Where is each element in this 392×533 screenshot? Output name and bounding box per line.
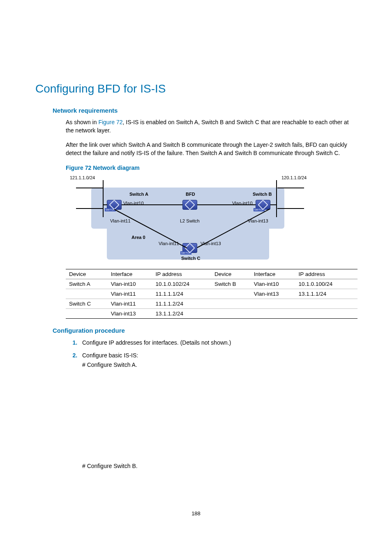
col-device: Device <box>214 269 254 279</box>
cell <box>66 309 111 319</box>
col-ip: IP address <box>156 269 214 279</box>
col-device: Device <box>66 269 111 279</box>
diagram-line <box>270 204 277 205</box>
table-row: Switch A Vlan-int10 10.1.0.102/24 Switch… <box>66 279 357 289</box>
cell: Vlan-int13 <box>254 289 299 299</box>
label-l2: L2 Switch <box>180 218 200 223</box>
cell: Vlan-int11 <box>111 299 156 309</box>
substep: # Configure Switch B. <box>82 463 357 469</box>
cell: 11.1.1.1/24 <box>156 289 214 299</box>
list-item: Configure IP addresses for interfaces. (… <box>79 338 357 347</box>
col-ip: IP address <box>299 269 357 279</box>
figure-link[interactable]: Figure 72 <box>98 119 122 125</box>
label-switch-b: Switch B <box>253 192 272 197</box>
col-interface: Interface <box>111 269 156 279</box>
cell <box>214 309 254 319</box>
cell <box>254 299 299 309</box>
paragraph-2: After the link over which Switch A and S… <box>66 141 357 158</box>
figure-caption: Figure 72 Network diagram <box>66 165 357 171</box>
diagram-line <box>104 204 107 205</box>
cell <box>254 309 299 319</box>
cell: 11.1.1.2/24 <box>156 299 214 309</box>
table-row: Switch C Vlan-int11 11.1.1.2/24 <box>66 299 357 309</box>
diagram-line <box>76 208 103 209</box>
page-title: Configuring BFD for IS-IS <box>35 82 357 95</box>
procedure-list: Configure IP addresses for interfaces. (… <box>79 338 357 360</box>
cell: Vlan-int13 <box>111 309 156 319</box>
switch-icon: SWITCH <box>256 200 270 210</box>
cell <box>299 299 357 309</box>
col-interface: Interface <box>254 269 299 279</box>
page-number: 188 <box>0 510 392 517</box>
cell: Switch A <box>66 279 111 289</box>
cell: Switch C <box>66 299 111 309</box>
cell: 10.1.0.100/24 <box>299 279 357 289</box>
label-net-a: 121.1.1.0/24 <box>70 175 95 180</box>
label-switch-a: Switch A <box>129 192 148 197</box>
cell: 13.1.1.1/24 <box>299 289 357 299</box>
label-net-b: 120.1.1.0/24 <box>281 175 307 180</box>
diagram-line <box>277 188 304 188</box>
cell <box>214 289 254 299</box>
substep: # Configure Switch A. <box>82 362 357 368</box>
cell: Vlan-int11 <box>111 289 156 299</box>
cell <box>66 289 111 299</box>
cell: 10.1.0.102/24 <box>156 279 214 289</box>
paragraph-1: As shown in Figure 72, IS-IS is enabled … <box>66 118 357 135</box>
network-diagram: 121.1.1.0/24 120.1.1.0/24 SWITCH Switch … <box>66 175 288 266</box>
section-network-requirements: Network requirements <box>53 107 357 114</box>
cell: 13.1.1.2/24 <box>156 309 214 319</box>
table-row: Vlan-int13 13.1.1.2/24 <box>66 309 357 319</box>
cell: Switch B <box>214 279 254 289</box>
cell: Vlan-int10 <box>254 279 299 289</box>
cell: Vlan-int10 <box>111 279 156 289</box>
diagram-line <box>103 180 104 217</box>
list-item: Configure basic IS-IS: <box>79 351 357 360</box>
label-vlan: Vlan-int11 <box>110 218 131 223</box>
label-bfd: BFD <box>186 192 195 197</box>
label-switch-c: Switch C <box>181 256 200 261</box>
diagram-line <box>197 204 256 205</box>
switch-icon: SWITCH <box>107 200 122 210</box>
table-header-row: Device Interface IP address Device Inter… <box>66 269 357 279</box>
diagram-line <box>277 208 304 209</box>
diagram-line <box>122 204 182 205</box>
address-table: Device Interface IP address Device Inter… <box>66 269 357 319</box>
cell <box>299 309 357 319</box>
label-area0: Area 0 <box>131 235 145 240</box>
text: As shown in <box>66 119 98 125</box>
switch-icon: SWITCH <box>182 243 197 253</box>
diagram-line <box>76 188 103 188</box>
switch-icon <box>182 200 197 210</box>
diagram-line <box>276 180 277 217</box>
section-configuration-procedure: Configuration procedure <box>53 327 357 334</box>
cell <box>214 299 254 309</box>
table-row: Vlan-int11 11.1.1.1/24 Vlan-int13 13.1.1… <box>66 289 357 299</box>
